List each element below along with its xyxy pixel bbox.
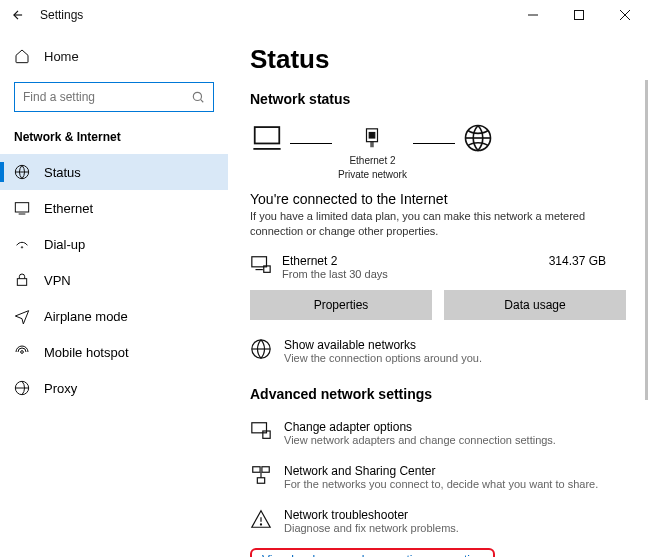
sidebar-item-airplane[interactable]: Airplane mode [0,298,228,334]
svg-rect-14 [255,127,280,143]
globe-icon [461,121,495,155]
sidebar-home[interactable]: Home [0,40,228,72]
show-available-networks[interactable]: Show available networks View the connect… [250,338,626,364]
svg-point-9 [21,247,22,248]
diagram-adapter-name: Ethernet 2 [349,155,395,167]
sidebar-home-label: Home [44,49,79,64]
connected-desc: If you have a limited data plan, you can… [250,209,590,240]
content: Status Network status Ethernet 2 Private… [228,30,648,557]
section-network-status: Network status [250,91,626,107]
ethernet-usage: 314.37 GB [549,254,626,280]
proxy-icon [14,380,30,396]
ethernet-icon [14,200,30,216]
svg-rect-10 [17,279,26,286]
warning-icon [250,508,272,530]
diagram-adapter-type: Private network [338,169,407,181]
search-input[interactable] [14,82,214,112]
setting-name: Change adapter options [284,420,556,434]
sidebar-item-label: Status [44,165,81,180]
sidebar-item-label: Mobile hotspot [44,345,129,360]
sidebar-item-label: Airplane mode [44,309,128,324]
minimize-button[interactable] [510,0,556,30]
hotspot-icon [14,344,30,360]
setting-sub: View network adapters and change connect… [284,434,556,446]
data-usage-button[interactable]: Data usage [444,290,626,320]
link-view-hardware[interactable]: View hardware and connection properties [250,548,495,557]
sidebar-item-label: VPN [44,273,71,288]
adapter-icon [359,123,385,153]
ethernet-summary: Ethernet 2 From the last 30 days 314.37 … [250,254,626,280]
sharing-icon [250,464,272,486]
sidebar-item-ethernet[interactable]: Ethernet [0,190,228,226]
svg-rect-30 [262,467,269,473]
back-icon[interactable] [10,7,26,23]
window-title: Settings [40,8,83,22]
svg-rect-29 [253,467,260,473]
ethernet-sub: From the last 30 days [282,268,388,280]
setting-sub: View the connection options around you. [284,352,482,364]
sidebar-item-proxy[interactable]: Proxy [0,370,228,406]
sidebar: Home Network & Internet Status Ethernet [0,30,228,557]
svg-rect-22 [252,257,267,267]
close-button[interactable] [602,0,648,30]
computer-icon [250,121,284,155]
change-adapter-options[interactable]: Change adapter options View network adap… [250,420,626,446]
svg-rect-31 [257,478,264,484]
sidebar-item-status[interactable]: Status [0,154,228,190]
svg-rect-2 [575,11,584,20]
globe-icon [250,338,272,360]
titlebar: Settings [0,0,648,30]
sidebar-item-dialup[interactable]: Dial-up [0,226,228,262]
sidebar-item-label: Proxy [44,381,77,396]
sidebar-item-vpn[interactable]: VPN [0,262,228,298]
properties-button[interactable]: Properties [250,290,432,320]
maximize-button[interactable] [556,0,602,30]
svg-point-34 [260,524,261,525]
page-title: Status [250,44,626,75]
setting-name: Network and Sharing Center [284,464,598,478]
sidebar-section-title: Network & Internet [0,126,228,154]
network-sharing-center[interactable]: Network and Sharing Center For the netwo… [250,464,626,490]
network-troubleshooter[interactable]: Network troubleshooter Diagnose and fix … [250,508,626,534]
network-diagram: Ethernet 2 Private network [250,121,626,183]
section-advanced: Advanced network settings [250,386,626,402]
setting-name: Network troubleshooter [284,508,459,522]
connected-title: You're connected to the Internet [250,191,626,207]
sidebar-item-hotspot[interactable]: Mobile hotspot [0,334,228,370]
adapter-options-icon [250,420,272,442]
svg-rect-17 [370,133,376,139]
dialup-icon [14,236,30,252]
ethernet-name: Ethernet 2 [282,254,388,268]
airplane-icon [14,308,30,324]
sidebar-item-label: Ethernet [44,201,93,216]
status-icon [14,164,30,180]
setting-sub: Diagnose and fix network problems. [284,522,459,534]
vpn-icon [14,272,30,288]
svg-rect-7 [15,203,28,212]
sidebar-item-label: Dial-up [44,237,85,252]
monitor-ethernet-icon [250,254,272,276]
setting-name: Show available networks [284,338,482,352]
svg-point-11 [21,351,24,354]
setting-sub: For the networks you connect to, decide … [284,478,598,490]
home-icon [14,48,30,64]
